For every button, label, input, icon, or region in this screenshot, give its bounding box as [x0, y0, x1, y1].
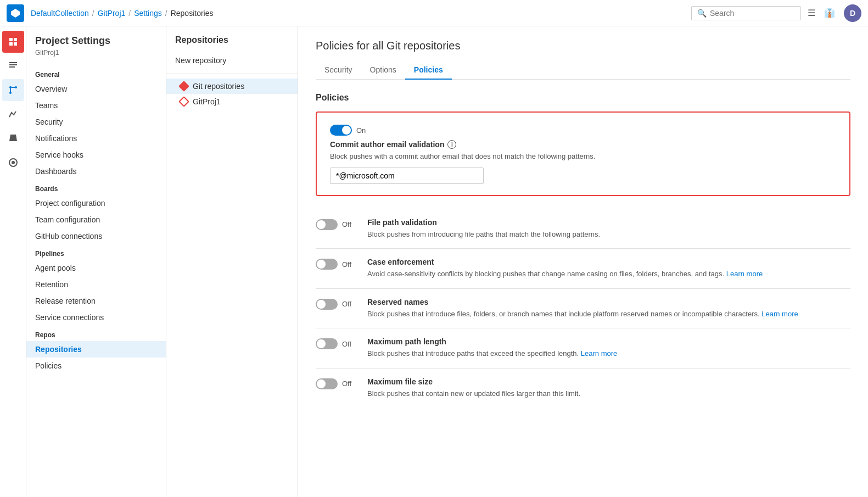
sidebar-section-pipelines: Pipelines [26, 244, 166, 260]
rail-item-board[interactable] [2, 55, 24, 77]
sidebar-item-service-connections[interactable]: Service connections [26, 309, 166, 326]
policy-title-max-file: Maximum file size [367, 377, 850, 386]
svg-point-8 [15, 86, 17, 88]
tab-security[interactable]: Security [316, 61, 361, 80]
sidebar-item-github-connections[interactable]: GitHub connections [26, 228, 166, 244]
sidebar-item-agent-pools[interactable]: Agent pools [26, 260, 166, 276]
tabs: Security Options Policies [316, 61, 850, 80]
new-repository-link[interactable]: New repository [166, 52, 298, 69]
toggle-max-file-size[interactable] [316, 378, 338, 389]
policy-row-max-file-size: Off Maximum file size Block pushes that … [316, 368, 850, 408]
toggle-reserved-names[interactable] [316, 299, 338, 310]
tab-policies[interactable]: Policies [405, 61, 452, 80]
sidebar-item-project-config[interactable]: Project configuration [26, 195, 166, 211]
sidebar-item-team-config[interactable]: Team configuration [26, 211, 166, 228]
policy-title-reserved: Reserved names [367, 298, 850, 306]
search-icon: 🔍 [697, 9, 707, 18]
sidebar-item-security[interactable]: Security [26, 114, 166, 130]
policy-title-file-path: File path validation [367, 218, 850, 227]
gitproj1-item[interactable]: GitProj1 [166, 94, 298, 109]
svg-rect-6 [9, 66, 15, 68]
gitproj1-icon [180, 97, 188, 106]
policies-header: Policies [316, 93, 850, 103]
policy-row-reserved-names: Off Reserved names Block pushes that int… [316, 289, 850, 329]
sidebar-item-notifications[interactable]: Notifications [26, 130, 166, 147]
svg-point-13 [12, 161, 15, 164]
policy-row-case-enforcement: Off Case enforcement Avoid case-sensitiv… [316, 249, 850, 289]
policy-info-max-path: Maximum path length Block pushes that in… [367, 337, 850, 359]
svg-point-9 [9, 92, 12, 94]
breadcrumb-settings[interactable]: Settings [134, 9, 162, 18]
git-repos-label: Git repositories [193, 82, 244, 91]
learn-more-case[interactable]: Learn more [726, 270, 763, 278]
learn-more-max-path[interactable]: Learn more [581, 349, 617, 358]
sidebar-item-policies[interactable]: Policies [26, 358, 166, 374]
sidebar-item-overview[interactable]: Overview [26, 81, 166, 97]
toggle-max-path-length[interactable] [316, 338, 338, 349]
sidebar-section-repos: Repos [26, 326, 166, 341]
toggle-file-path[interactable] [316, 219, 338, 230]
sidebar-item-dashboards[interactable]: Dashboards [26, 163, 166, 180]
svg-point-7 [9, 86, 12, 88]
policy-desc-commit-email: Block pushes with a commit author email … [330, 151, 836, 162]
bag-icon[interactable]: 👔 [824, 8, 835, 18]
learn-more-reserved[interactable]: Learn more [761, 310, 798, 318]
git-repos-icon [180, 82, 188, 91]
svg-rect-2 [9, 42, 13, 46]
toggle-max-file-container: Off [316, 378, 354, 389]
rail-item-artifacts[interactable] [2, 152, 24, 174]
breadcrumb: DefaultCollection / GitProj1 / Settings … [31, 9, 214, 18]
rail-item-test[interactable] [2, 127, 24, 149]
sidebar-item-release-retention[interactable]: Release retention [26, 293, 166, 309]
avatar[interactable]: D [844, 4, 861, 22]
main-content: Policies for all Git repositories Securi… [298, 26, 868, 497]
toggle-max-file-label: Off [342, 379, 351, 388]
policy-info-max-file: Maximum file size Block pushes that cont… [367, 377, 850, 399]
rail-item-home[interactable] [2, 31, 24, 53]
breadcrumb-project[interactable]: GitProj1 [98, 9, 126, 18]
sidebar: Project Settings GitProj1 General Overvi… [26, 26, 166, 497]
sidebar-section-general: General [26, 65, 166, 81]
svg-rect-3 [14, 42, 17, 46]
policy-info-commit-email: Commit author email validation i Block p… [330, 140, 836, 184]
breadcrumb-collection[interactable]: DefaultCollection [31, 9, 89, 18]
toggle-max-path-container: Off [316, 338, 354, 349]
toggle-max-path-label: Off [342, 340, 351, 348]
toggle-reserved-label: Off [342, 300, 351, 308]
topnav-icons: ☰ 👔 D [808, 4, 861, 22]
mid-panel: Repositories New repository Git reposito… [166, 26, 298, 497]
sidebar-item-teams[interactable]: Teams [26, 97, 166, 114]
tab-options[interactable]: Options [361, 61, 405, 80]
toggle-commit-email[interactable] [330, 125, 352, 136]
svg-rect-0 [9, 38, 13, 41]
email-pattern-input[interactable] [330, 167, 484, 184]
sidebar-item-retention[interactable]: Retention [26, 276, 166, 293]
toggle-case-enforcement[interactable] [316, 259, 338, 270]
search-box[interactable]: 🔍 [691, 6, 801, 20]
rail-item-repos[interactable] [2, 79, 24, 101]
toggle-case-label: Off [342, 260, 351, 269]
policy-desc-case: Avoid case-sensitivity conflicts by bloc… [367, 269, 850, 280]
icon-rail [0, 26, 26, 497]
sidebar-item-service-hooks[interactable]: Service hooks [26, 147, 166, 163]
svg-rect-5 [9, 64, 17, 65]
info-icon-commit-email[interactable]: i [447, 140, 456, 149]
policy-card-commit-email: On Commit author email validation i Bloc… [316, 111, 850, 196]
rail-item-pipelines[interactable] [2, 103, 24, 125]
list-icon[interactable]: ☰ [808, 8, 815, 18]
git-repositories-item[interactable]: Git repositories [166, 79, 298, 94]
policy-info-reserved: Reserved names Block pushes that introdu… [367, 298, 850, 320]
policy-title-case: Case enforcement [367, 258, 850, 266]
policy-desc-reserved: Block pushes that introduce files, folde… [367, 309, 850, 320]
mid-panel-title: Repositories [166, 35, 298, 52]
policy-desc-max-file: Block pushes that contain new or updated… [367, 388, 850, 399]
svg-rect-4 [9, 62, 17, 63]
policy-row-max-path: Off Maximum path length Block pushes tha… [316, 328, 850, 368]
sidebar-subtitle: GitProj1 [26, 49, 166, 65]
toggle-reserved-container: Off [316, 299, 354, 310]
search-input[interactable] [710, 9, 795, 18]
breadcrumb-current: Repositories [171, 9, 214, 18]
sidebar-item-repositories[interactable]: Repositories [26, 341, 166, 358]
app-logo[interactable] [7, 4, 24, 22]
policy-title-commit-email: Commit author email validation i [330, 140, 836, 149]
